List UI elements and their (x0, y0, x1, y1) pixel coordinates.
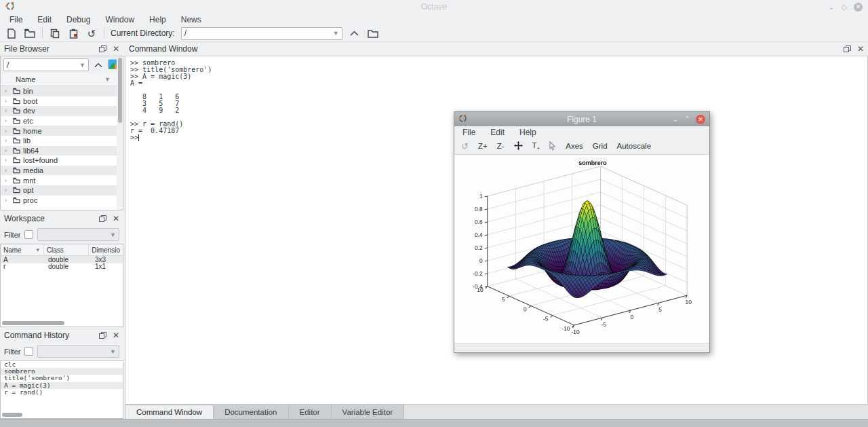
minimize-icon[interactable]: ⌄ (828, 3, 834, 11)
rotate-tool-icon[interactable]: ↺ (461, 141, 469, 151)
one-directory-up-icon[interactable] (92, 59, 104, 71)
tree-item[interactable]: ›home (1, 126, 123, 136)
sombrero-3d-plot[interactable] (454, 155, 709, 343)
scrollbar-horizontal[interactable] (2, 321, 121, 325)
column-header-class[interactable]: Class (44, 244, 90, 255)
table-row[interactable]: r double 1x1 (1, 263, 123, 271)
copy-icon[interactable] (49, 27, 61, 39)
expand-icon[interactable]: › (5, 88, 10, 94)
undock-icon[interactable] (99, 332, 106, 339)
tree-item[interactable]: ›dev (1, 106, 123, 116)
window-title: Octave (0, 2, 868, 12)
tree-item[interactable]: ›mnt (1, 175, 123, 185)
chevron-down-icon: ▼ (104, 76, 111, 83)
filter-checkbox[interactable] (24, 347, 33, 356)
close-icon[interactable]: ✕ (696, 115, 705, 124)
pan-tool-icon[interactable] (514, 141, 523, 151)
tree-item[interactable]: ›lib64 (1, 146, 123, 156)
menu-help[interactable]: Help (149, 15, 166, 24)
zoom-in-button[interactable]: Z+ (478, 142, 488, 150)
figure-window[interactable]: Figure 1 ⌄ ⌃ ✕ File Edit Help ↺ Z+ Z- T+… (454, 111, 710, 353)
folder-icon (13, 167, 20, 174)
file-browser-path-combobox[interactable]: / ▼ (3, 58, 89, 71)
menu-edit[interactable]: Edit (490, 128, 505, 137)
menu-edit[interactable]: Edit (37, 15, 52, 24)
expand-icon[interactable]: › (5, 187, 10, 193)
file-browser-tree: ›bin ›boot ›dev ›etc ›home ›lib ›lib64 ›… (1, 86, 123, 205)
axes-button[interactable]: Axes (566, 142, 583, 150)
tree-item[interactable]: ›boot (1, 96, 123, 107)
tree-item[interactable]: ›etc (1, 116, 123, 126)
filter-combobox[interactable]: ▼ (37, 345, 119, 358)
folder-icon (13, 197, 20, 204)
prompt: >> (130, 134, 138, 141)
filter-combobox[interactable]: ▼ (37, 228, 119, 241)
browse-directory-icon[interactable] (367, 27, 379, 39)
expand-icon[interactable]: › (5, 147, 10, 154)
pointer-tool-icon[interactable] (549, 141, 556, 151)
expand-icon[interactable]: › (5, 98, 10, 105)
history-item[interactable]: r = rand() (1, 389, 123, 396)
undock-icon[interactable] (844, 45, 851, 52)
column-header-name[interactable]: Name▼ (1, 244, 44, 255)
tree-item[interactable]: ›lost+found (1, 155, 123, 166)
file-browser-name-header[interactable]: Name ▼ (1, 73, 123, 86)
current-directory-combobox[interactable]: / ▼ (181, 27, 342, 40)
workspace-title: Workspace (4, 214, 45, 223)
expand-icon[interactable]: › (5, 137, 10, 144)
figure-title: Figure 1 (454, 115, 709, 124)
tab-variable-editor[interactable]: Variable Editor (332, 405, 405, 419)
window-titlebar[interactable]: Octave ⌄ ◇ ✕ (0, 0, 868, 14)
new-script-icon[interactable] (5, 27, 18, 39)
scrollbar-vertical[interactable] (117, 56, 123, 210)
minimize-icon[interactable]: ⌄ (673, 115, 679, 123)
tab-command-window[interactable]: Command Window (125, 405, 214, 419)
insert-text-tool[interactable]: T+ (532, 141, 540, 151)
undock-icon[interactable] (99, 45, 106, 52)
tree-item[interactable]: ›opt (1, 185, 123, 196)
tree-item[interactable]: ›proc (1, 196, 123, 206)
expand-icon[interactable]: › (5, 128, 10, 134)
column-header-dimension[interactable]: Dimensio (89, 244, 123, 255)
open-file-icon[interactable] (24, 27, 36, 39)
menu-window[interactable]: Window (105, 15, 134, 24)
text-caret (138, 134, 139, 141)
close-panel-icon[interactable]: ✕ (113, 45, 119, 53)
tree-item[interactable]: ›media (1, 166, 123, 176)
close-panel-icon[interactable]: ✕ (113, 331, 119, 339)
expand-icon[interactable]: › (5, 197, 10, 204)
folder-icon (13, 117, 20, 124)
menu-file[interactable]: File (9, 15, 22, 24)
close-icon[interactable]: ✕ (854, 3, 863, 12)
close-panel-icon[interactable]: ✕ (857, 45, 864, 53)
tab-documentation[interactable]: Documentation (214, 405, 288, 419)
undo-icon[interactable]: ↺ (85, 27, 98, 39)
directory-up-icon[interactable] (349, 27, 361, 39)
autoscale-button[interactable]: Autoscale (617, 142, 652, 150)
menu-news[interactable]: News (181, 15, 201, 24)
maximize-icon[interactable]: ⌃ (684, 115, 690, 123)
zoom-out-button[interactable]: Z- (497, 142, 505, 150)
expand-icon[interactable]: › (5, 167, 10, 174)
menu-file[interactable]: File (462, 128, 475, 137)
filter-label: Filter (4, 348, 20, 356)
expand-icon[interactable]: › (5, 117, 10, 124)
figure-titlebar[interactable]: Figure 1 ⌄ ⌃ ✕ (454, 112, 709, 126)
menu-help[interactable]: Help (519, 128, 536, 137)
undock-icon[interactable] (99, 215, 106, 222)
scrollbar-horizontal[interactable] (2, 413, 121, 417)
expand-icon[interactable]: › (5, 177, 10, 184)
expand-icon[interactable]: › (5, 107, 10, 114)
paste-icon[interactable] (67, 27, 79, 39)
close-panel-icon[interactable]: ✕ (113, 215, 119, 223)
file-browser-title: File Browser (4, 44, 50, 54)
expand-icon[interactable]: › (5, 157, 10, 164)
menu-debug[interactable]: Debug (66, 15, 90, 24)
tree-item[interactable]: ›bin (1, 86, 123, 96)
filter-checkbox[interactable] (24, 230, 33, 239)
maximize-icon[interactable]: ◇ (842, 3, 847, 11)
table-row[interactable]: A double 3x3 (1, 256, 123, 263)
grid-button[interactable]: Grid (593, 142, 608, 150)
tab-editor[interactable]: Editor (289, 405, 332, 419)
tree-item[interactable]: ›lib (1, 136, 123, 146)
